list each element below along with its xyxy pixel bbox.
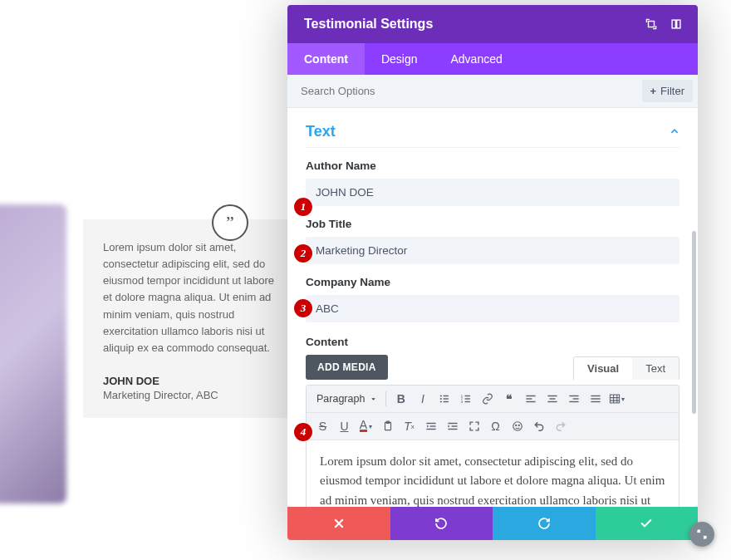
ordered-list-icon[interactable]: 123	[456, 390, 475, 408]
section-text-title: Text	[306, 123, 336, 140]
field-content: Content ADD MEDIA Visual Text Paragraph …	[306, 336, 679, 507]
panel-body[interactable]: Text Author Name Job Title Company Name …	[287, 108, 698, 507]
svg-text:3: 3	[461, 400, 464, 404]
svg-text:1: 1	[461, 394, 464, 398]
special-char-icon[interactable]: Ω	[486, 417, 505, 435]
search-input[interactable]	[301, 85, 642, 97]
quote-icon: ”	[212, 204, 248, 241]
svg-rect-6	[443, 398, 448, 399]
section-text-header[interactable]: Text	[306, 116, 679, 148]
svg-rect-8	[443, 401, 448, 402]
svg-rect-20	[547, 401, 557, 402]
company-name-input[interactable]	[306, 295, 679, 322]
indent-icon[interactable]	[443, 417, 462, 435]
outdent-icon[interactable]	[421, 417, 440, 435]
search-bar: + Filter	[287, 75, 698, 108]
editor-tab-text[interactable]: Text	[632, 357, 679, 380]
svg-rect-15	[526, 395, 535, 396]
add-media-button[interactable]: ADD MEDIA	[306, 355, 388, 380]
align-left-icon[interactable]	[521, 390, 540, 408]
plus-icon: +	[650, 85, 657, 97]
undo-icon[interactable]	[529, 417, 548, 435]
paste-icon[interactable]	[378, 417, 397, 435]
svg-rect-12	[464, 398, 469, 399]
italic-icon[interactable]: I	[413, 390, 432, 408]
settings-tabs: Content Design Advanced	[287, 43, 698, 75]
svg-rect-27	[611, 395, 620, 403]
author-name-input[interactable]	[306, 179, 679, 206]
bullet-list-icon[interactable]	[434, 390, 454, 408]
svg-rect-32	[426, 429, 435, 430]
modal-action-bar	[287, 507, 698, 540]
svg-rect-14	[464, 401, 469, 402]
table-icon[interactable]: ▾	[607, 390, 626, 408]
editor-mode-tabs: Visual Text	[573, 356, 679, 380]
link-icon[interactable]	[478, 390, 497, 408]
svg-rect-18	[547, 395, 557, 396]
editor-content-text: Lorem ipsum dolor sit amet, consectetur …	[320, 452, 665, 507]
expand-icon[interactable]	[641, 14, 661, 34]
author-photo	[0, 204, 66, 504]
align-center-icon[interactable]	[542, 390, 562, 408]
clear-format-icon[interactable]: Tx	[400, 417, 419, 435]
resize-handle[interactable]	[689, 522, 714, 547]
modal-title: Testimonial Settings	[304, 17, 636, 32]
undo-button[interactable]	[390, 507, 493, 540]
svg-rect-28	[385, 422, 390, 430]
svg-rect-29	[386, 421, 390, 423]
author-name-label: Author Name	[306, 160, 679, 172]
tab-advanced[interactable]: Advanced	[434, 43, 518, 75]
company-name-label: Company Name	[306, 276, 679, 288]
bold-icon[interactable]: B	[391, 390, 410, 408]
svg-rect-19	[549, 398, 555, 399]
job-title-input[interactable]	[306, 237, 679, 264]
editor-tab-visual[interactable]: Visual	[574, 357, 632, 380]
align-justify-icon[interactable]	[586, 390, 605, 408]
callout-4: 4	[294, 423, 312, 441]
redo-button[interactable]	[493, 507, 596, 540]
emoji-icon[interactable]	[508, 417, 527, 435]
chevron-up-icon[interactable]	[670, 125, 679, 139]
svg-rect-22	[572, 398, 578, 399]
editor-textarea[interactable]: Lorem ipsum dolor sit amet, consectetur …	[307, 440, 679, 507]
svg-rect-24	[591, 395, 600, 396]
blockquote-icon[interactable]: ❝	[499, 390, 518, 408]
svg-rect-35	[448, 429, 457, 430]
scrollbar[interactable]	[692, 231, 696, 414]
snap-icon[interactable]	[666, 14, 686, 34]
testimonial-role: Marketing Director, ABC	[103, 389, 274, 401]
svg-rect-4	[443, 395, 448, 396]
svg-rect-2	[677, 20, 680, 28]
field-author-name: Author Name	[306, 160, 679, 206]
field-job-title: Job Title	[306, 218, 679, 264]
svg-point-7	[440, 400, 442, 402]
align-right-icon[interactable]	[564, 390, 583, 408]
text-color-icon[interactable]: A▾	[356, 417, 375, 435]
strikethrough-icon[interactable]: S	[313, 417, 332, 435]
svg-rect-30	[426, 423, 435, 424]
svg-rect-23	[569, 401, 578, 402]
svg-point-38	[518, 425, 519, 425]
redo-icon[interactable]	[551, 417, 570, 435]
wysiwyg-editor: Paragraph B I 123 ❝ ▾	[306, 385, 679, 507]
filter-button[interactable]: + Filter	[642, 80, 693, 102]
svg-rect-10	[464, 395, 469, 396]
svg-rect-16	[526, 398, 532, 399]
svg-rect-26	[591, 401, 600, 402]
modal-header: Testimonial Settings	[287, 5, 698, 43]
svg-point-37	[515, 425, 516, 425]
underline-icon[interactable]: U	[335, 417, 354, 435]
save-button[interactable]	[596, 507, 699, 540]
svg-text:2: 2	[461, 396, 464, 400]
filter-label: Filter	[660, 85, 684, 97]
cancel-button[interactable]	[287, 507, 390, 540]
svg-point-5	[440, 398, 442, 400]
tab-design[interactable]: Design	[365, 43, 434, 75]
svg-rect-25	[591, 398, 600, 399]
svg-rect-0	[649, 22, 655, 27]
paragraph-select[interactable]: Paragraph	[313, 391, 380, 406]
fullscreen-icon[interactable]	[464, 417, 483, 435]
tab-content[interactable]: Content	[287, 43, 365, 75]
svg-rect-1	[672, 20, 675, 28]
callout-1: 1	[294, 198, 312, 216]
